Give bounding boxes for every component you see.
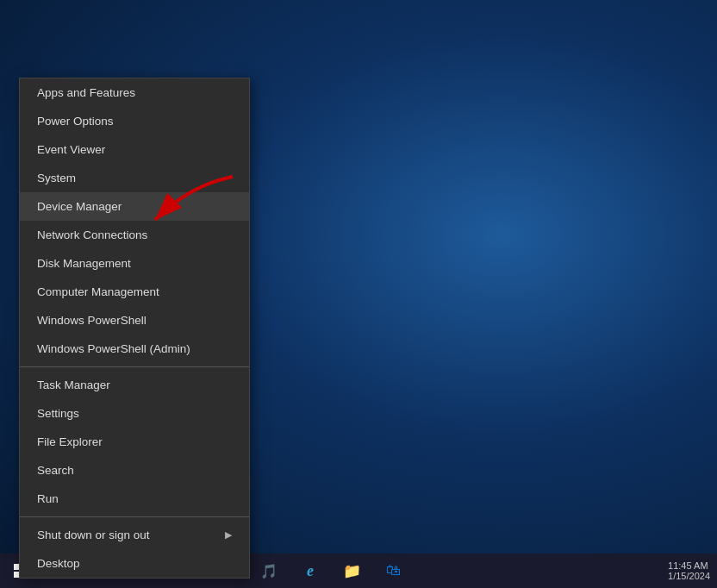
menu-item-apps-features[interactable]: Apps and Features xyxy=(20,78,249,107)
clock: 11:45 AM1/15/2024 xyxy=(668,560,710,581)
taskbar-store-button[interactable]: 🛍 xyxy=(372,554,414,588)
menu-item-file-explorer[interactable]: File Explorer xyxy=(20,428,249,456)
folder-icon: 📁 xyxy=(343,562,361,580)
context-menu: Apps and Features Power Options Event Vi… xyxy=(19,78,250,579)
menu-item-windows-powershell[interactable]: Windows PowerShell xyxy=(20,306,249,335)
menu-item-run[interactable]: Run xyxy=(20,485,249,513)
menu-item-task-manager[interactable]: Task Manager xyxy=(20,371,249,399)
menu-item-device-manager[interactable]: Device Manager xyxy=(20,192,249,221)
menu-item-network-connections[interactable]: Network Connections xyxy=(20,221,249,249)
menu-divider-1 xyxy=(20,366,249,367)
taskbar-fileexplorer-button[interactable]: 📁 xyxy=(331,554,372,588)
desktop: Apps and Features Power Options Event Vi… xyxy=(0,0,717,588)
system-tray: 11:45 AM1/15/2024 xyxy=(668,560,717,581)
menu-item-disk-management[interactable]: Disk Management xyxy=(20,249,249,278)
menu-item-settings[interactable]: Settings xyxy=(20,399,249,428)
submenu-arrow-icon: ▶ xyxy=(225,529,232,541)
menu-divider-2 xyxy=(20,516,249,517)
edge-icon: e xyxy=(307,562,314,580)
menu-item-system[interactable]: System xyxy=(20,164,249,192)
menu-item-desktop[interactable]: Desktop xyxy=(20,549,249,578)
taskbar-edge-button[interactable]: e xyxy=(290,554,331,588)
menu-item-search[interactable]: Search xyxy=(20,456,249,485)
menu-item-power-options[interactable]: Power Options xyxy=(20,107,249,135)
music-icon: 🎵 xyxy=(260,563,277,579)
menu-item-computer-management[interactable]: Computer Management xyxy=(20,278,249,306)
store-icon: 🛍 xyxy=(386,562,401,579)
menu-item-windows-powershell-admin[interactable]: Windows PowerShell (Admin) xyxy=(20,335,249,363)
taskbar-music-button[interactable]: 🎵 xyxy=(248,554,290,588)
menu-item-shut-down[interactable]: Shut down or sign out ▶ xyxy=(20,521,249,549)
menu-item-event-viewer[interactable]: Event Viewer xyxy=(20,135,249,164)
